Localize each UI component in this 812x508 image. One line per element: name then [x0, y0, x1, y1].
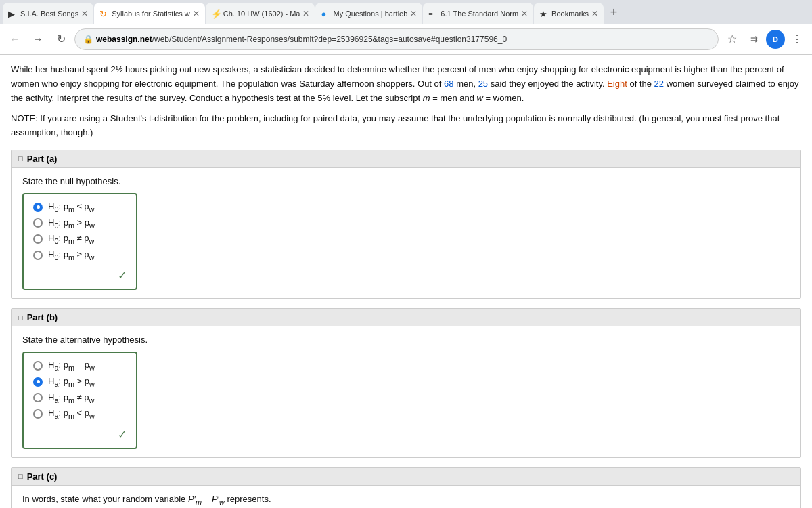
address-bar[interactable]: 🔒 webassign.net/web/Student/Assignment-R…: [74, 28, 719, 50]
part-a-radio-1[interactable]: [33, 203, 43, 212]
part-b-option-1[interactable]: Ha: pm = pw: [33, 360, 127, 372]
part-c-header[interactable]: □ Part (c): [12, 468, 800, 486]
highlight-22: 22: [654, 79, 664, 89]
part-b-option-1-label: Ha: pm = pw: [48, 360, 95, 372]
problem-text-3: said they enjoyed the activity.: [488, 79, 607, 89]
part-a-option-3[interactable]: H0: pm ≠ pw: [33, 233, 127, 245]
part-a-radio-3[interactable]: [33, 234, 43, 244]
highlight-eight: Eight: [607, 79, 627, 89]
part-b-radio-group: Ha: pm = pw Ha: pm > pw Ha: pm ≠ pw Ha: …: [22, 352, 137, 448]
part-c-label: Part (c): [27, 471, 58, 482]
profile-button[interactable]: D: [766, 30, 785, 49]
highlight-68: 68: [444, 79, 453, 89]
norm-icon: ≡: [428, 9, 438, 18]
part-a-radio-2[interactable]: [33, 218, 43, 228]
url-bold: webassign.net: [96, 35, 152, 44]
hw-icon: ⚡: [211, 9, 221, 18]
part-b-body: State the alternative hypothesis. Ha: pm…: [12, 326, 800, 457]
tab-sia[interactable]: ▶ S.I.A. Best Songs ✕: [3, 3, 93, 24]
part-b-checkmark-row: ✓: [33, 424, 127, 441]
tab-norm-title: 6.1 The Standard Norm: [441, 9, 518, 18]
part-a-option-4[interactable]: H0: pm ≥ pw: [33, 249, 127, 261]
part-a-checkmark-row: ✓: [33, 265, 127, 282]
part-b-label: Part (b): [27, 312, 58, 322]
problem-statement: While her husband spent 2½ hours picking…: [11, 63, 801, 105]
music-icon: ▶: [8, 9, 18, 18]
lock-icon: 🔒: [83, 35, 93, 44]
problem-text-4: of the: [627, 79, 654, 89]
problem-w: w: [477, 93, 483, 103]
tab-bookmarks-close[interactable]: ✕: [591, 9, 598, 18]
part-a-option-4-label: H0: pm ≥ pw: [48, 249, 94, 261]
part-b-header[interactable]: □ Part (b): [12, 309, 800, 326]
part-b-option-2[interactable]: Ha: pm > pw: [33, 376, 127, 388]
part-b-option-4-label: Ha: pm < pw: [48, 408, 95, 420]
part-c-body: In words, state what your random variabl…: [12, 486, 800, 508]
tab-sia-close[interactable]: ✕: [81, 9, 88, 18]
tab-questions[interactable]: ● My Questions | bartleb ✕: [315, 3, 422, 24]
browser-window: ▶ S.I.A. Best Songs ✕ ↻ Syllabus for Sta…: [0, 0, 812, 55]
tab-bookmarks-title: Bookmarks: [551, 9, 589, 18]
q-icon: ●: [321, 9, 330, 18]
part-a-radio-4[interactable]: [33, 251, 43, 260]
tab-questions-close[interactable]: ✕: [410, 9, 417, 18]
part-a-option-3-label: H0: pm ≠ pw: [48, 233, 94, 245]
note-text: NOTE: If you are using a Student's t-dis…: [11, 112, 801, 140]
menu-button[interactable]: ⋮: [788, 30, 807, 49]
tab-syllabus-close[interactable]: ✕: [193, 9, 200, 18]
url-rest: /web/Student/Assignment-Responses/submit…: [152, 35, 507, 44]
bookmark-star-button[interactable]: ☆: [723, 30, 742, 49]
part-a-instruction: State the null hypothesis.: [22, 176, 790, 186]
refresh-icon: ↻: [99, 9, 109, 18]
part-b-option-4[interactable]: Ha: pm < pw: [33, 408, 127, 420]
part-c-instruction: In words, state what your random variabl…: [22, 494, 790, 506]
content-area: While her husband spent 2½ hours picking…: [0, 55, 812, 508]
part-b-radio-3[interactable]: [33, 393, 43, 402]
nav-extra-buttons: ☆ ⇉ D ⋮: [723, 30, 807, 49]
tab-norm[interactable]: ≡ 6.1 The Standard Norm ✕: [423, 3, 533, 24]
problem-m: m: [423, 93, 430, 103]
refresh-button[interactable]: ↻: [51, 30, 70, 49]
part-c-collapse-icon: □: [18, 472, 23, 480]
part-a-checkmark: ✓: [118, 269, 127, 282]
tab-questions-title: My Questions | bartleb: [333, 9, 407, 18]
cast-button[interactable]: ⇉: [744, 30, 763, 49]
part-b-radio-1[interactable]: [33, 361, 43, 371]
part-c-section: □ Part (c) In words, state what your ran…: [11, 467, 801, 508]
forward-button[interactable]: →: [28, 30, 47, 49]
tab-sia-title: S.I.A. Best Songs: [20, 9, 78, 18]
nav-bar: ← → ↻ 🔒 webassign.net/web/Student/Assign…: [0, 24, 812, 54]
tab-hw[interactable]: ⚡ Ch. 10 HW (1602) - Ma ✕: [206, 3, 315, 24]
part-a-header[interactable]: □ Part (a): [12, 150, 800, 168]
part-b-radio-4[interactable]: [33, 409, 43, 419]
problem-text-9: = women.: [483, 93, 524, 103]
tab-bookmarks[interactable]: ★ Bookmarks ✕: [534, 3, 604, 24]
part-b-radio-2[interactable]: [33, 377, 43, 387]
tab-hw-title: Ch. 10 HW (1602) - Ma: [223, 9, 300, 18]
tab-syllabus[interactable]: ↻ Syllabus for Statistics w ✕: [94, 3, 205, 24]
part-a-option-2-label: H0: pm > pw: [48, 217, 95, 230]
part-b-option-2-label: Ha: pm > pw: [48, 376, 95, 388]
star-icon: ★: [539, 9, 549, 18]
part-b-instruction: State the alternative hypothesis.: [22, 335, 790, 345]
part-a-collapse-icon: □: [18, 154, 23, 163]
problem-text-2: men,: [454, 79, 478, 89]
tab-bar: ▶ S.I.A. Best Songs ✕ ↻ Syllabus for Sta…: [0, 0, 812, 24]
part-a-option-2[interactable]: H0: pm > pw: [33, 217, 127, 230]
back-button[interactable]: ←: [5, 30, 24, 49]
part-c-instruction-text2: represents.: [225, 494, 271, 504]
part-c-instruction-text1: In words, state what your random variabl…: [22, 494, 188, 504]
tab-hw-close[interactable]: ✕: [302, 9, 309, 18]
part-a-radio-group: H0: pm ≤ pw H0: pm > pw H0: pm ≠ pw H0: …: [22, 193, 137, 290]
part-b-option-3[interactable]: Ha: pm ≠ pw: [33, 392, 127, 404]
part-a-label: Part (a): [27, 154, 58, 164]
part-b-collapse-icon: □: [18, 314, 23, 322]
highlight-25: 25: [478, 79, 488, 89]
part-a-option-1-label: H0: pm ≤ pw: [48, 201, 94, 213]
new-tab-button[interactable]: +: [604, 3, 623, 22]
tab-norm-close[interactable]: ✕: [521, 9, 528, 18]
part-c-variable: P′m − P′w: [188, 494, 225, 504]
part-a-section: □ Part (a) State the null hypothesis. H0…: [11, 150, 801, 299]
part-a-option-1[interactable]: H0: pm ≤ pw: [33, 201, 127, 213]
part-b-checkmark: ✓: [118, 428, 127, 441]
